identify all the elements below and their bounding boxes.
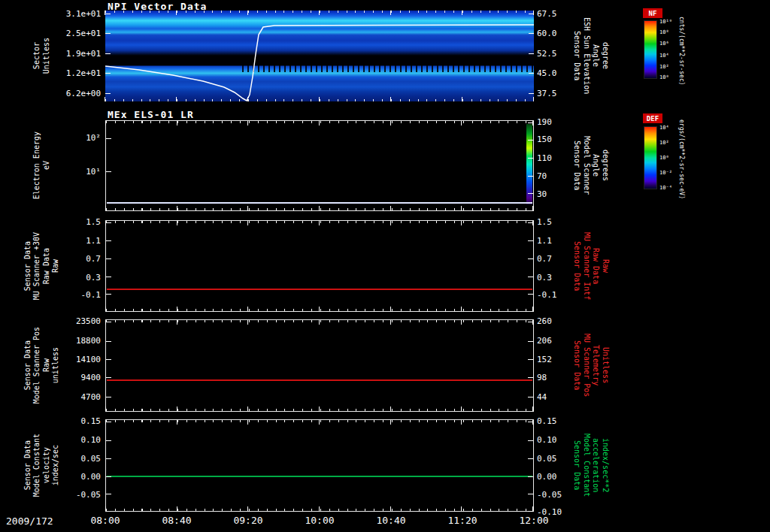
x-tick-mark (247, 221, 248, 225)
x-tick-mark (461, 320, 462, 325)
y-tick-label: 0.7 (537, 255, 552, 263)
y-tick-mark (528, 294, 533, 295)
axis-label-line: acceleration (592, 438, 601, 492)
x-tick-mark (390, 320, 391, 325)
axis-label-line: Sensor Data (573, 340, 582, 390)
y-tick-mark (528, 377, 533, 378)
y-tick-mark (106, 476, 111, 477)
panel1-left-axis: 3.1e+012.5e+011.9e+011.2e+016.2e+00 (65, 11, 101, 101)
y-tick-label: 0.10 (81, 436, 102, 444)
y-tick-mark (528, 440, 533, 441)
panel1-ylabel: SectorUnitless (20, 11, 63, 101)
x-tick-mark (533, 97, 534, 101)
y-tick-label: 1.5 (537, 218, 552, 226)
x-tick-mark (461, 121, 462, 125)
axis-label-line: index/sec**2 (601, 438, 610, 492)
y-tick-label: 3.1e+01 (66, 9, 101, 17)
x-tick-mark (247, 320, 248, 325)
y-tick-mark (529, 73, 534, 74)
y-tick-mark (528, 511, 533, 512)
y-tick-mark (106, 494, 111, 494)
x-tick-mark (247, 97, 248, 101)
y-tick-label: 150 (537, 135, 552, 144)
y-tick-label: 9400 (81, 373, 102, 382)
y-tick-label: 30 (537, 190, 547, 198)
x-tick-label: 08:40 (162, 515, 191, 526)
mu-scanner-line (107, 289, 532, 290)
axis-label-line: Sensor Data (573, 241, 582, 291)
x-tick-mark (319, 121, 320, 125)
y-tick-mark (528, 240, 533, 241)
x-tick-mark (247, 506, 248, 511)
y-tick-mark (106, 138, 111, 139)
axis-label-line: Model Constant (582, 434, 591, 497)
x-tick-mark (105, 420, 106, 425)
nf-colorbar-badge: NF (643, 8, 662, 18)
x-tick-mark (177, 506, 177, 511)
y-tick-label: 206 (537, 337, 552, 345)
x-tick-mark (319, 420, 320, 425)
panel5-left-axis: 0.150.100.050.00-0.05 (65, 419, 101, 512)
x-tick-mark (176, 11, 177, 15)
els-baseline (107, 202, 532, 204)
axis-label-line: Model Scanner (582, 136, 591, 195)
x-tick-mark (105, 206, 106, 210)
axis-label-line: Sensor Data (573, 141, 582, 190)
y-tick-label: 10⁻² (659, 170, 672, 176)
def-colorbar (644, 126, 657, 189)
y-tick-mark (105, 14, 111, 14)
axis-label-line: Telemetry (592, 345, 601, 385)
x-tick-mark (532, 420, 533, 425)
panel3-right-axis: 1.51.10.70.3-0.1 (537, 220, 568, 312)
y-tick-label: 60.0 (537, 29, 557, 38)
y-tick-label: 10⁴ (659, 53, 669, 59)
y-tick-label: 0.3 (86, 273, 101, 281)
panel1-right-axis: 67.560.052.545.037.5 (537, 11, 568, 101)
panel2-right-axis: 1901501107030 (537, 120, 568, 211)
x-tick-mark (390, 407, 391, 411)
axis-label-line: Sensor Data (23, 340, 32, 390)
axis-label-line: Sensor Data (23, 241, 32, 291)
y-tick-label: 10⁻⁴ (659, 185, 672, 191)
x-tick-mark (105, 121, 106, 125)
x-tick-mark (319, 97, 320, 101)
x-tick-mark (105, 307, 106, 311)
els-spectrogram-panel (105, 120, 534, 211)
x-tick-mark (105, 320, 106, 325)
def-colorbar-units: ergs/(cm**2-sr-sec-eV) (676, 119, 687, 200)
y-tick-mark (106, 240, 111, 241)
axis-label-line: Unitless (42, 38, 51, 74)
x-tick-mark (462, 11, 462, 15)
x-tick-mark (532, 506, 533, 511)
x-tick-mark (247, 206, 248, 210)
y-tick-label: 1.1 (86, 236, 101, 244)
x-tick-mark (247, 121, 248, 125)
y-tick-mark (528, 193, 533, 194)
y-tick-label: 10⁸ (659, 29, 669, 35)
time-axis: 08:0008:4009:2010:0010:4011:2012:00 (105, 515, 534, 528)
x-tick-mark (461, 307, 462, 311)
y-tick-label: 67.5 (537, 9, 557, 17)
y-tick-label: 10¹ (86, 167, 101, 175)
panel3-left-axis: 1.51.10.70.3-0.1 (65, 220, 101, 312)
y-tick-label: 10² (86, 133, 101, 141)
y-tick-label: 2.5e+01 (66, 29, 101, 38)
y-tick-mark (106, 458, 111, 459)
x-tick-mark (105, 97, 105, 101)
panel5-y2label: Sensor DataModel Constantaccelerationind… (570, 419, 612, 512)
y-tick-label: 52.5 (537, 49, 557, 57)
def-colorbar-badge: DEF (643, 113, 662, 123)
axis-label-line: Unitless (601, 347, 610, 383)
nf-units-text: cnts/(cm**2-sr-sec) (678, 17, 685, 86)
y-tick-mark (106, 222, 111, 223)
y-tick-label: 45.0 (537, 69, 557, 77)
y-tick-label: 1.2e+01 (66, 69, 101, 77)
y-tick-label: 0.15 (537, 417, 557, 425)
npi-spectrogram-panel (105, 11, 534, 101)
y-tick-mark (106, 341, 111, 342)
x-tick-mark (390, 420, 391, 425)
axis-label-line: ESH Sun Elevation (582, 17, 591, 94)
x-tick-mark (461, 221, 462, 225)
x-tick-mark (177, 206, 177, 210)
y-tick-mark (105, 73, 111, 74)
